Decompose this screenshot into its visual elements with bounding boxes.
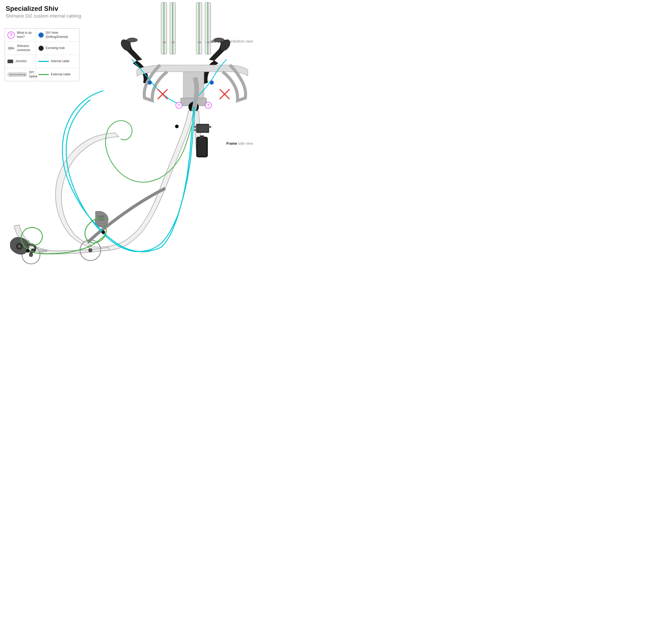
svg-point-50	[26, 249, 30, 253]
svg-rect-41	[197, 138, 207, 156]
right-aero-bar	[196, 3, 211, 54]
front-derailleur	[95, 211, 108, 227]
svg-rect-11	[171, 41, 174, 43]
svg-point-20	[148, 80, 152, 84]
svg-rect-51	[38, 249, 45, 252]
question-left: ?	[176, 102, 182, 108]
diagram: ? ?	[0, 0, 284, 271]
svg-rect-17	[207, 41, 210, 43]
battery	[196, 135, 208, 157]
svg-rect-16	[198, 41, 201, 43]
svg-rect-37	[194, 126, 197, 128]
svg-point-44	[18, 245, 21, 248]
svg-rect-38	[194, 129, 197, 131]
frame-junction-box	[194, 124, 211, 133]
left-brake-lever	[121, 38, 148, 84]
question-right: ?	[205, 102, 211, 108]
svg-rect-52	[45, 250, 47, 252]
svg-rect-42	[200, 135, 204, 138]
svg-point-46	[32, 250, 34, 252]
svg-rect-36	[197, 125, 208, 131]
svg-point-5	[214, 38, 224, 42]
svg-rect-39	[209, 126, 211, 128]
svg-point-32	[29, 253, 33, 257]
x-mark-right	[220, 90, 229, 99]
svg-rect-10	[163, 41, 166, 43]
svg-text:?: ?	[178, 103, 180, 107]
x-mark-left	[158, 90, 167, 99]
left-aero-bar	[161, 3, 175, 54]
svg-point-48	[175, 125, 179, 128]
svg-point-49	[101, 230, 105, 234]
svg-point-4	[127, 38, 137, 42]
svg-point-34	[88, 248, 92, 252]
svg-point-21	[210, 80, 214, 84]
svg-text:?: ?	[207, 103, 210, 107]
